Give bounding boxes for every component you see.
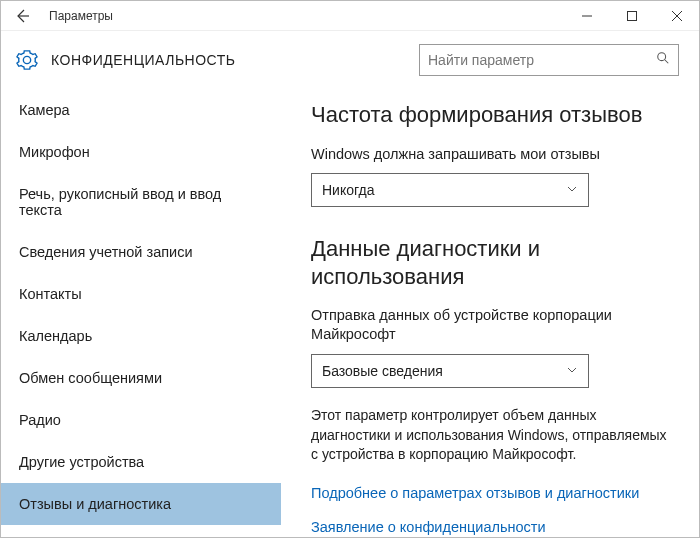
sidebar-item-account-info[interactable]: Сведения учетной записи <box>1 231 281 273</box>
feedback-frequency-select[interactable]: Никогда <box>311 173 589 207</box>
sidebar-item-microphone[interactable]: Микрофон <box>1 131 281 173</box>
maximize-button[interactable] <box>609 1 654 31</box>
search-input[interactable] <box>428 52 656 68</box>
back-button[interactable] <box>1 1 43 31</box>
diagnostics-select[interactable]: Базовые сведения <box>311 354 589 388</box>
maximize-icon <box>627 11 637 21</box>
learn-more-link[interactable]: Подробнее о параметрах отзывов и диагнос… <box>311 485 671 501</box>
close-button[interactable] <box>654 1 699 31</box>
svg-rect-0 <box>627 11 636 20</box>
back-arrow-icon <box>14 8 30 24</box>
privacy-statement-link[interactable]: Заявление о конфиденциальности <box>311 519 671 535</box>
sidebar-item-speech-typing[interactable]: Речь, рукописный ввод и ввод текста <box>1 173 281 231</box>
sidebar-item-feedback-diagnostics[interactable]: Отзывы и диагностика <box>1 483 281 525</box>
diagnostics-value: Базовые сведения <box>322 363 443 379</box>
minimize-icon <box>582 11 592 21</box>
chevron-down-icon <box>566 181 578 199</box>
diagnostics-description: Этот параметр контролирует объем данных … <box>311 406 671 465</box>
search-box[interactable] <box>419 44 679 76</box>
minimize-button[interactable] <box>564 1 609 31</box>
feedback-frequency-heading: Частота формирования отзывов <box>311 101 671 129</box>
sidebar-item-calendar[interactable]: Календарь <box>1 315 281 357</box>
sidebar-item-camera[interactable]: Камера <box>1 89 281 131</box>
feedback-frequency-label: Windows должна запрашивать мои отзывы <box>311 145 671 164</box>
content: Частота формирования отзывов Windows дол… <box>281 89 699 537</box>
diagnostics-label: Отправка данных об устройстве корпорации… <box>311 306 671 344</box>
sidebar-item-contacts[interactable]: Контакты <box>1 273 281 315</box>
chevron-down-icon <box>566 362 578 380</box>
search-icon <box>656 51 670 69</box>
header: КОНФИДЕНЦИАЛЬНОСТЬ <box>1 31 699 89</box>
sidebar-item-background-apps[interactable]: Фоновые приложения <box>1 525 281 537</box>
sidebar-item-messaging[interactable]: Обмен сообщениями <box>1 357 281 399</box>
settings-gear-icon <box>15 48 39 72</box>
page-title: КОНФИДЕНЦИАЛЬНОСТЬ <box>51 52 419 68</box>
titlebar: Параметры <box>1 1 699 31</box>
feedback-frequency-value: Никогда <box>322 182 374 198</box>
sidebar-item-other-devices[interactable]: Другие устройства <box>1 441 281 483</box>
sidebar: Камера Микрофон Речь, рукописный ввод и … <box>1 89 281 537</box>
svg-point-1 <box>658 53 666 61</box>
diagnostics-heading: Данные диагностики и использования <box>311 235 671 290</box>
window-controls <box>564 1 699 31</box>
sidebar-item-radio[interactable]: Радио <box>1 399 281 441</box>
settings-window: Параметры КОНФИДЕНЦИАЛЬНОСТЬ Камера <box>0 0 700 538</box>
body: Камера Микрофон Речь, рукописный ввод и … <box>1 89 699 537</box>
close-icon <box>672 11 682 21</box>
window-title: Параметры <box>43 9 564 23</box>
